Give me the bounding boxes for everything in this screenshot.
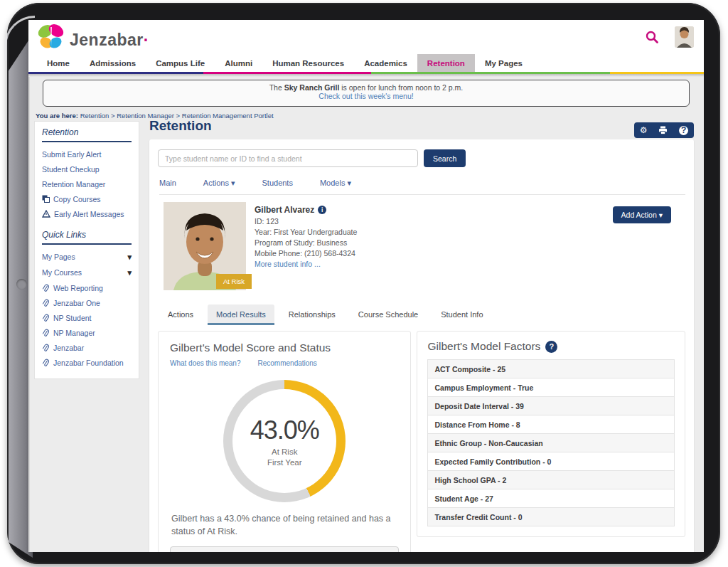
- sidebar-item-early-alert-messages[interactable]: Early Alert Messages: [42, 206, 132, 221]
- sidebar-item-retention-manager[interactable]: Retention Manager: [42, 176, 132, 191]
- factor-row: ACT Composite - 25: [428, 360, 674, 378]
- sidebar-item-student-checkup[interactable]: Student Checkup: [42, 161, 132, 176]
- student-program: Program of Study: Business: [255, 238, 357, 247]
- camera-dot: [16, 279, 27, 290]
- print-icon[interactable]: [658, 126, 668, 134]
- sidebar-link-np-manager[interactable]: NP Manager: [42, 325, 132, 340]
- jenzabar-logo[interactable]: Jenzabar·: [36, 23, 149, 51]
- factor-row: Student Age - 27: [428, 489, 674, 508]
- sidebar-link-web-reporting[interactable]: Web Reporting: [42, 280, 132, 295]
- score-description: Gilbert has a 43.0% chance of being reta…: [171, 512, 397, 538]
- menu-item-main[interactable]: Main: [159, 179, 176, 188]
- menu-item-students[interactable]: Students: [262, 179, 293, 188]
- score-panel-title: Gilbert's Model Score and Status: [170, 341, 399, 354]
- announcement-banner: The Sky Ranch Grill is open for lunch fr…: [43, 80, 690, 107]
- main-nav: Home Admissions Campus Life Alumni Human…: [28, 54, 704, 72]
- app-header: Jenzabar·: [28, 20, 704, 54]
- tab-student-info[interactable]: Student Info: [432, 304, 491, 325]
- sidebar-link-jenzabar[interactable]: Jenzabar: [42, 340, 132, 355]
- nav-item-alumni[interactable]: Alumni: [215, 54, 262, 72]
- what-does-this-mean-link[interactable]: What does this mean?: [170, 359, 241, 367]
- recommendations-link[interactable]: Recommendations: [258, 359, 317, 367]
- paperclip-icon: [42, 359, 49, 367]
- screen: Jenzabar· Home Admissions Campus Life Al…: [28, 20, 704, 552]
- model-score-panel: Gilbert's Model Score and Status What do…: [158, 331, 411, 552]
- nav-item-admissions[interactable]: Admissions: [80, 54, 146, 72]
- menu-item-models[interactable]: Models: [320, 179, 351, 188]
- butterfly-icon: [36, 23, 67, 51]
- nav-item-campus-life[interactable]: Campus Life: [146, 54, 215, 72]
- tab-course-schedule[interactable]: Course Schedule: [350, 304, 427, 325]
- menu-item-actions[interactable]: Actions: [203, 179, 235, 188]
- nav-item-retention[interactable]: Retention: [417, 54, 475, 72]
- factor-row: Expected Family Contribution - 0: [428, 452, 674, 471]
- score-percent: 43.0%: [250, 415, 319, 445]
- logo-text: Jenzabar·: [70, 32, 149, 51]
- factor-row: Campus Employment - True: [428, 378, 674, 397]
- student-name: Gilbert Alvarez i: [255, 205, 357, 215]
- factor-list: ACT Composite - 25 Campus Employment - T…: [427, 359, 675, 526]
- sidebar-item-my-pages[interactable]: My Pages: [42, 249, 132, 265]
- banner-menu-link[interactable]: Check out this week's menu!: [43, 92, 689, 100]
- main-column: Retention ⚙ ? Search Main Actions Studen…: [149, 118, 694, 552]
- detail-tabs: Actions Model Results Relationships Cour…: [159, 304, 685, 325]
- nav-item-home[interactable]: Home: [37, 54, 80, 72]
- factors-help-icon[interactable]: ?: [545, 341, 557, 353]
- sidebar-link-np-student[interactable]: NP Student: [42, 310, 132, 325]
- student-card: At Risk Gilbert Alvarez i ID: 123 Year: …: [158, 198, 685, 297]
- paperclip-icon: [42, 314, 49, 322]
- student-year: Year: First Year Undergraduate: [255, 228, 357, 236]
- page-title: Retention: [149, 118, 694, 134]
- cohort-dropdown[interactable]: First Year as of 6/1/2018 ▾: [170, 546, 399, 552]
- nav-item-human-resources[interactable]: Human Resources: [262, 54, 354, 72]
- sidebar-section-retention: Retention: [42, 127, 132, 142]
- user-avatar[interactable]: [675, 26, 694, 48]
- factor-row: High School GPA - 2: [428, 471, 674, 489]
- search-input[interactable]: [158, 149, 418, 167]
- nav-item-academics[interactable]: Academics: [354, 54, 417, 72]
- gear-icon[interactable]: ⚙: [640, 126, 648, 134]
- student-photo: At Risk: [164, 202, 246, 290]
- student-phone: Mobile Phone: (210) 568-4324: [255, 249, 357, 258]
- paperclip-icon: [42, 329, 49, 337]
- copy-icon: [42, 195, 50, 203]
- sidebar-link-jenzabar-foundation[interactable]: Jenzabar Foundation: [42, 355, 132, 370]
- model-factors-panel: Gilbert's Model Factors ? ACT Composite …: [417, 331, 685, 537]
- factor-row: Transfer Credit Count - 0: [428, 508, 674, 526]
- sidebar: Retention Submit Early Alert Student Che…: [34, 121, 139, 379]
- sidebar-section-quick-links: Quick Links: [42, 230, 132, 245]
- student-id: ID: 123: [255, 217, 357, 226]
- more-student-info-link[interactable]: More student info ...: [255, 260, 357, 268]
- info-icon[interactable]: i: [318, 206, 326, 214]
- score-status: At Risk: [250, 447, 319, 456]
- sidebar-item-my-courses[interactable]: My Courses: [42, 265, 132, 280]
- add-action-button[interactable]: Add Action: [613, 206, 671, 223]
- portlet-menu: Main Actions Students Models: [159, 179, 685, 195]
- factor-row: Ethnic Group - Non-Caucasian: [428, 434, 674, 452]
- help-icon[interactable]: ?: [679, 126, 688, 135]
- paperclip-icon: [42, 299, 49, 307]
- tab-relationships[interactable]: Relationships: [280, 304, 344, 325]
- factor-row: Deposit Date Interval - 39: [428, 397, 674, 415]
- tab-actions[interactable]: Actions: [159, 304, 202, 325]
- factors-panel-title: Gilbert's Model Factors ?: [427, 340, 675, 353]
- search-button[interactable]: Search: [424, 149, 466, 167]
- factor-row: Distance From Home - 8: [428, 415, 674, 434]
- paperclip-icon: [42, 284, 49, 292]
- search-icon[interactable]: [645, 30, 659, 44]
- banner-text: The Sky Ranch Grill is open for lunch fr…: [43, 83, 689, 92]
- search-panel: Search Main Actions Students Models: [149, 139, 694, 552]
- sidebar-item-submit-early-alert[interactable]: Submit Early Alert: [42, 147, 132, 161]
- warning-icon: [42, 210, 50, 218]
- sidebar-item-copy-courses[interactable]: Copy Courses: [42, 191, 132, 206]
- tab-model-results[interactable]: Model Results: [208, 304, 274, 325]
- model-score-donut: 43.0% At Risk First Year: [223, 380, 346, 502]
- portlet-toolbar: ⚙ ?: [634, 122, 694, 138]
- sidebar-link-jenzabar-one[interactable]: Jenzabar One: [42, 295, 132, 310]
- score-cohort: First Year: [250, 458, 319, 467]
- paperclip-icon: [42, 344, 49, 352]
- tablet-frame: Jenzabar· Home Admissions Campus Life Al…: [7, 3, 720, 564]
- at-risk-badge: At Risk: [216, 274, 252, 289]
- nav-item-my-pages[interactable]: My Pages: [475, 54, 532, 72]
